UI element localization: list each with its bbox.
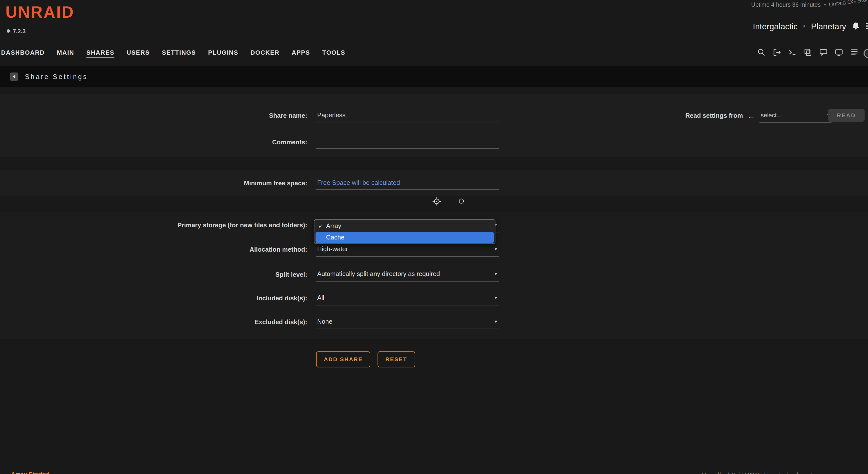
nav-users[interactable]: USERS — [126, 49, 150, 56]
excluded-disks-value: None — [317, 318, 332, 325]
allocation-method-row: Allocation method: High-water ▾ — [0, 242, 868, 257]
checkmark-icon: ✓ — [318, 220, 323, 232]
comments-row: Comments: — [0, 135, 868, 149]
nav-main[interactable]: MAIN — [57, 49, 74, 56]
search-icon[interactable] — [757, 48, 766, 56]
cursor-target-circle — [459, 199, 464, 203]
server-name-intergalactic[interactable]: Intergalactic — [753, 21, 798, 31]
toolbar-icons — [757, 47, 859, 57]
bell-icon[interactable] — [851, 22, 861, 31]
allocation-method-label: Allocation method: — [0, 242, 307, 257]
excluded-disks-select[interactable]: None ▾ — [316, 315, 499, 329]
version-label: 7.2.3 — [7, 28, 26, 34]
chat-icon[interactable] — [819, 48, 828, 56]
uptime-text: Uptime 4 hours 36 minutes — [751, 1, 820, 8]
read-settings-select[interactable]: select... ▾ — [760, 108, 832, 123]
read-button[interactable]: READ — [828, 109, 865, 122]
main-nav: DASHBOARD MAIN SHARES USERS SETTINGS PLU… — [1, 48, 345, 58]
status-dot-icon — [7, 29, 10, 33]
share-name-label: Share name: — [0, 108, 307, 123]
chevron-down-icon: ▾ — [495, 242, 497, 256]
copy-icon[interactable] — [804, 48, 812, 56]
dropdown-option-label: Array — [326, 222, 341, 229]
nav-dashboard[interactable]: DASHBOARD — [1, 49, 44, 56]
nav-docker[interactable]: DOCKER — [251, 49, 280, 56]
terminal-icon[interactable] — [788, 48, 797, 56]
split-level-label: Split level: — [0, 267, 307, 282]
split-level-value: Automatically split any directory as req… — [317, 271, 440, 277]
min-free-space-row: Minimum free space: — [0, 176, 868, 190]
footer-left-link[interactable]: Array Started — [11, 471, 50, 474]
primary-storage-dropdown: ✓ Array Cache — [314, 219, 495, 244]
server-switcher: Intergalactic • Planetary — [753, 20, 868, 32]
hamburger-menu-icon[interactable] — [866, 23, 868, 29]
form-actions: ADD SHARE RESET — [316, 351, 415, 367]
unraid-logo[interactable]: UNRAID — [5, 3, 74, 21]
min-free-space-label: Minimum free space: — [0, 176, 307, 190]
included-disks-row: Included disk(s): All ▾ — [0, 291, 868, 305]
monitor-icon[interactable] — [835, 48, 843, 56]
nav-plugins[interactable]: PLUGINS — [208, 49, 238, 56]
comments-input[interactable] — [316, 135, 499, 149]
uptime-bar: Uptime 4 hours 36 minutes • Unraid OS St… — [751, 1, 868, 8]
footer-copyright: Unraid/webGui © 2025, Lime Technology, I… — [702, 471, 820, 474]
chevron-down-icon: ▾ — [495, 291, 497, 305]
arrow-left-icon: ← — [747, 112, 755, 120]
excluded-disks-label: Excluded disk(s): — [0, 315, 307, 329]
nav-apps[interactable]: APPS — [292, 49, 310, 56]
add-share-button[interactable]: ADD SHARE — [316, 351, 371, 367]
nav-shares[interactable]: SHARES — [86, 49, 114, 56]
split-level-row: Split level: Automatically split any dir… — [0, 267, 868, 282]
comments-label: Comments: — [0, 135, 307, 149]
allocation-method-select[interactable]: High-water ▾ — [316, 242, 499, 257]
reset-button[interactable]: RESET — [378, 351, 415, 367]
share-name-row: Share name: Read settings from ← select.… — [0, 108, 868, 123]
dropdown-option-cache[interactable]: Cache — [315, 232, 494, 243]
profile-circle-icon[interactable] — [864, 49, 868, 58]
log-icon[interactable] — [850, 48, 859, 56]
os-banner-text: Unraid OS Stor — [829, 0, 868, 8]
page-title: Share Settings — [25, 73, 88, 80]
read-settings-select-value: select... — [761, 112, 781, 118]
server-name-planetary[interactable]: Planetary — [811, 21, 846, 31]
read-settings-cluster: Read settings from ← select... ▾ — [685, 108, 832, 123]
excluded-disks-row: Excluded disk(s): None ▾ — [0, 315, 868, 329]
nav-settings[interactable]: SETTINGS — [162, 49, 196, 56]
included-disks-select[interactable]: All ▾ — [316, 291, 499, 305]
read-settings-label: Read settings from — [685, 112, 743, 119]
allocation-method-value: High-water — [317, 246, 348, 252]
separator-dot: • — [824, 1, 826, 8]
share-name-input[interactable] — [316, 108, 499, 122]
page-titlebar: Share Settings — [0, 66, 868, 87]
chevron-down-icon: ▾ — [495, 267, 497, 281]
separator-dot: • — [803, 22, 805, 30]
chevron-down-icon: ▾ — [495, 315, 497, 329]
split-level-select[interactable]: Automatically split any directory as req… — [316, 267, 499, 282]
dropdown-option-array[interactable]: ✓ Array — [314, 220, 495, 232]
dropdown-option-label: Cache — [326, 234, 344, 241]
signout-icon[interactable] — [773, 48, 781, 56]
back-icon[interactable] — [10, 72, 18, 81]
nav-tools[interactable]: TOOLS — [322, 49, 345, 56]
unraid-shares-page: UNRAID 7.2.3 Uptime 4 hours 36 minutes •… — [0, 0, 868, 474]
min-free-space-input[interactable] — [316, 176, 499, 190]
included-disks-value: All — [317, 294, 324, 301]
version-number: 7.2.3 — [13, 28, 26, 34]
primary-storage-label: Primary storage (for new files and folde… — [0, 218, 307, 232]
included-disks-label: Included disk(s): — [0, 291, 307, 305]
cursor-crosshair-icon — [432, 197, 441, 206]
